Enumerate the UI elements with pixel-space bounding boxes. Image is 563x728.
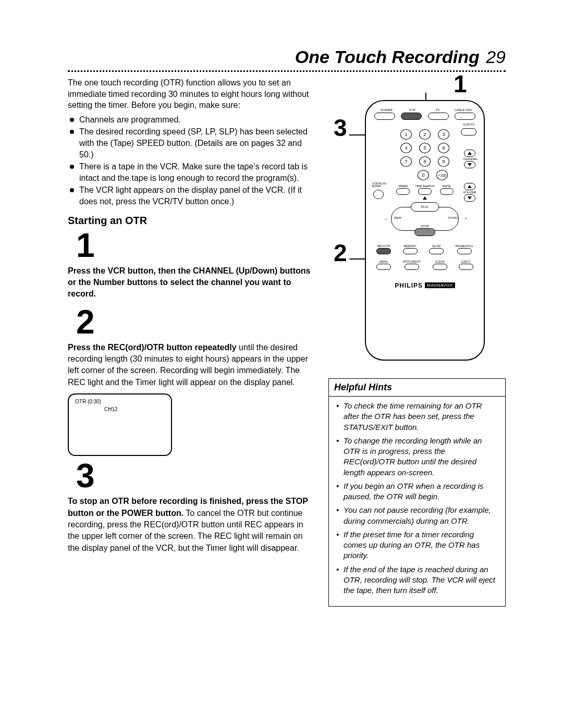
num-4: 4 [400,143,412,153]
callout-2: 2 [334,239,347,267]
status-label: STATUS/EXIT [402,260,421,263]
callout-1: 1 [454,70,467,98]
step-1-text: Press the VCR button, then the CHANNEL (… [68,265,313,300]
rew-label: REW [394,216,401,219]
section-heading: Starting an OTR [68,215,313,227]
num-row: 4 5 6 [373,143,476,153]
tv-label: TV [426,108,449,112]
left-column: The one touch recording (OTR) function a… [68,77,313,607]
bottom-row-2: MENU STATUS/EXIT CLEAR EJECT [373,260,476,270]
step-number-3: 3 [76,459,313,492]
num-plus100: +100 [436,170,448,180]
timesearch-button-icon [418,188,432,195]
tv-button-icon [428,113,449,120]
power-button-icon [374,113,395,120]
vcr-label: VCR [401,108,423,112]
prerequisite-list: Channels are programmed. The desired rec… [68,114,313,207]
intro-text: The one touch recording (OTR) function a… [68,77,313,111]
cable-label: CABLE DSS [452,108,474,112]
hints-title: Helpful Hints [329,379,505,397]
eject-label: EJECT [461,260,470,263]
magnavox-logo: MAGNAVOX [425,282,455,288]
hint-item: If the end of the tape is reached during… [336,564,498,596]
screen-channel-text: CH12 [104,406,165,412]
recotr-button-icon [376,248,391,254]
volume-label: VOLUME [463,191,476,194]
clear-label: CLEAR [435,260,444,263]
hint-item: To check the time remaining for an OTR a… [336,401,498,433]
callout-3: 3 [334,114,347,142]
slow-button-icon [429,248,444,254]
channel-rocker: CHANNEL [463,149,476,169]
hint-item: You can not pause recording (for example… [336,505,498,526]
mute-button-icon [440,188,454,195]
num-row: 7 8 9 [373,156,476,167]
content-columns: The one touch recording (OTR) function a… [68,77,506,607]
menu-button-icon [376,264,391,270]
step-number-2: 2 [76,305,313,339]
memory-label: MEMORY [403,244,417,248]
cable-button-icon [455,113,475,120]
step-number-1: 1 [76,229,313,262]
remote-diagram: 1 3 2 POWER VCR TV CABLE DSS [328,77,506,369]
num-row: 0 +100 [373,170,476,180]
num-8: 8 [419,156,431,167]
helpful-hints-box: Helpful Hints To check the time remainin… [328,378,506,607]
transport-controls: PLAY – REW F.FWD + STOP [373,203,476,239]
list-item: Channels are programmed. [68,114,313,126]
slow-label: SLOW [432,244,440,248]
list-item: There is a tape in the VCR. Make sure th… [68,161,313,183]
hint-item: If the preset time for a timer recording… [336,529,498,561]
stop-label: STOP [421,225,429,228]
vcrplus-label: VCR PLUS+ ENTER [372,182,387,188]
triangle-up-icon [423,196,427,200]
manual-page: One Touch Recording 29 The one touch rec… [0,0,563,638]
remote-control-icon: POWER VCR TV CABLE DSS VCR/TV 1 [365,100,485,361]
clear-button-icon [433,264,447,270]
header-divider [68,70,506,72]
remote-brand: PHILIPSMAGNAVOX [373,282,476,289]
recotr-label: REC/OTR [377,244,390,248]
num-2: 2 [419,129,431,140]
menu-label: MENU [380,260,388,263]
vcr-button-icon [401,113,422,120]
remote-top-buttons [373,113,476,120]
bottom-row-1: REC/OTR MEMORY SLOW PAUSE/STILL [373,244,476,255]
vcrtv-label: VCR/TV [373,123,476,126]
play-button-icon: PLAY [411,202,439,212]
num-5: 5 [419,143,431,153]
philips-logo: PHILIPS [395,282,423,289]
vcrplus-button-icon [373,190,384,199]
list-item: The VCR light appears on the display pan… [68,184,313,207]
channel-label: CHANNEL [463,157,476,161]
num-7: 7 [400,156,412,167]
remote-top-labels: POWER VCR TV CABLE DSS [373,108,476,112]
num-1: 1 [400,129,412,140]
minus-icon: – [385,216,387,221]
step-2-text: Press the REC(ord)/OTR button repeatedly… [68,342,313,389]
page-title: One Touch Recording [295,47,480,67]
step-1-bold: Press the VCR button, then the CHANNEL (… [68,266,310,299]
hint-item: To change the recording length while an … [336,436,498,478]
list-item: The desired recording speed (SP, LP, SLP… [68,126,313,160]
step-2-bold: Press the REC(ord)/OTR button repeatedly [68,343,237,352]
eject-button-icon [459,264,473,270]
timesearch-label: TIME SEARCH [415,184,435,188]
num-0: 0 [418,170,429,180]
power-label: POWER [375,108,398,112]
status-button-icon [405,264,419,270]
step-3-text: To stop an OTR before recording is finis… [68,496,313,554]
screen-otr-text: OTR (0:30) [75,399,165,404]
pause-label: PAUSE/STILL [456,244,473,248]
tv-screen-diagram: OTR (0:30) CH12 [68,393,172,456]
memory-button-icon [403,248,418,254]
plus-icon: + [464,216,467,221]
num-3: 3 [438,129,449,140]
ffwd-label: F.FWD [448,216,458,219]
speed-button-icon [396,188,410,195]
num-6: 6 [438,143,449,153]
hints-body: To check the time remaining for an OTR a… [329,397,505,606]
mute-label: MUTE [443,184,451,188]
page-header: One Touch Recording 29 [68,47,506,67]
page-number: 29 [486,47,506,67]
